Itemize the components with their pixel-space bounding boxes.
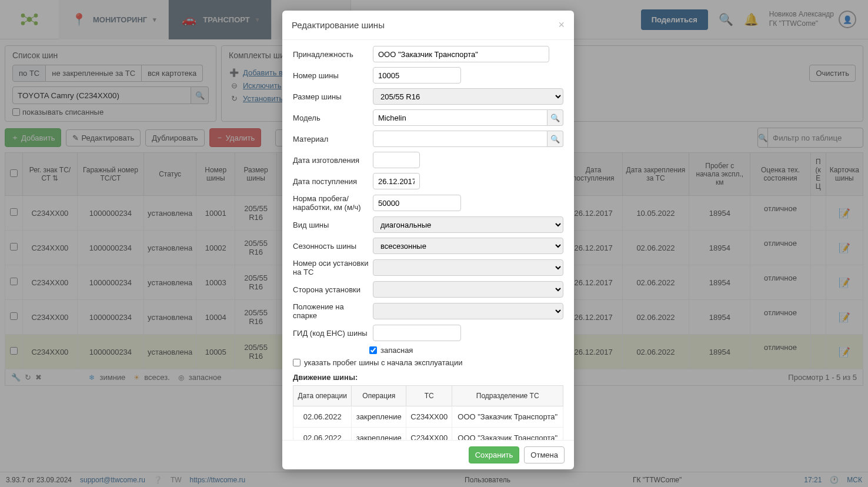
season-select[interactable]: всесезонные bbox=[373, 238, 563, 254]
twin-select[interactable] bbox=[373, 303, 563, 319]
norm-field[interactable] bbox=[373, 195, 461, 211]
movement-row: 02.06.2022закреплениеC234XX00ООО "Заказч… bbox=[293, 406, 563, 428]
modal-close-button[interactable]: × bbox=[558, 19, 565, 31]
gid-field[interactable] bbox=[373, 325, 461, 341]
side-select[interactable] bbox=[373, 281, 563, 298]
arrive-date-field[interactable] bbox=[373, 173, 420, 189]
modal-title: Редактирование шины bbox=[292, 20, 385, 30]
tireno-field[interactable] bbox=[373, 67, 461, 84]
owner-field[interactable] bbox=[373, 46, 549, 62]
movement-row: 02.06.2022закреплениеC234XX00ООО "Заказч… bbox=[293, 428, 563, 441]
model-lookup-button[interactable]: 🔍 bbox=[547, 109, 563, 126]
type-select[interactable]: диагональные bbox=[373, 216, 563, 233]
show-mileage-checkbox[interactable] bbox=[293, 359, 301, 366]
spare-checkbox[interactable] bbox=[369, 346, 377, 354]
movement-title: Движение шины: bbox=[293, 373, 563, 382]
edit-tire-modal: Редактирование шины × Принадлежность Ном… bbox=[282, 11, 574, 469]
save-button[interactable]: Сохранить bbox=[469, 446, 520, 463]
mfg-date-field[interactable] bbox=[373, 152, 420, 168]
axis-select[interactable] bbox=[373, 259, 563, 276]
material-lookup-button[interactable]: 🔍 bbox=[547, 131, 563, 147]
material-field[interactable] bbox=[373, 131, 547, 147]
movement-table: Дата операции Операция ТС Подразделение … bbox=[293, 385, 563, 440]
size-select[interactable]: 205/55 R16 bbox=[373, 88, 563, 105]
model-field[interactable] bbox=[373, 109, 547, 126]
cancel-button[interactable]: Отмена bbox=[524, 446, 565, 463]
